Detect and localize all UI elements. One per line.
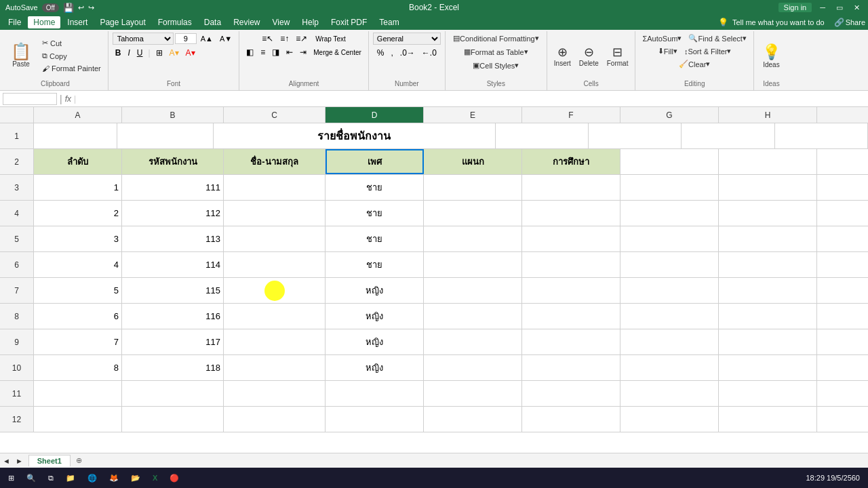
cell-c11[interactable] bbox=[224, 381, 326, 406]
cell-f4[interactable] bbox=[522, 201, 620, 226]
underline-button[interactable]: U bbox=[134, 47, 146, 59]
cell-g5[interactable] bbox=[620, 226, 719, 251]
tell-me-icon[interactable]: 💡 bbox=[718, 18, 728, 27]
cell-g12[interactable] bbox=[620, 407, 719, 432]
row-header-7[interactable]: 7 bbox=[0, 278, 34, 303]
formula-fx-icon[interactable]: fx bbox=[65, 94, 71, 104]
cell-h9[interactable] bbox=[719, 329, 817, 354]
menu-insert[interactable]: Insert bbox=[62, 16, 93, 28]
signin-button[interactable]: Sign in bbox=[778, 3, 812, 12]
row-header-10[interactable]: 10 bbox=[0, 355, 34, 380]
cell-h1[interactable] bbox=[775, 123, 868, 148]
cell-e6[interactable] bbox=[424, 252, 522, 277]
cell-f11[interactable] bbox=[522, 381, 620, 406]
cell-f5[interactable] bbox=[522, 226, 620, 251]
formula-input[interactable]: เพศ bbox=[79, 94, 865, 104]
format-as-table-button[interactable]: ▦ Format as Table▾ bbox=[461, 46, 531, 58]
delete-button[interactable]: ⊖ Delete bbox=[576, 43, 601, 68]
col-header-d[interactable]: D bbox=[326, 107, 424, 123]
italic-button[interactable]: I bbox=[125, 47, 132, 59]
cell-d10[interactable]: หญิง bbox=[326, 355, 424, 380]
cell-d5[interactable]: ชาย bbox=[326, 226, 424, 251]
row-header-4[interactable]: 4 bbox=[0, 201, 34, 226]
add-sheet-button[interactable]: ⊕ bbox=[71, 455, 87, 466]
menu-home[interactable]: Home bbox=[28, 16, 60, 28]
align-right-button[interactable]: ◨ bbox=[269, 46, 282, 58]
cell-d7[interactable]: หญิง bbox=[326, 278, 424, 303]
cell-f3[interactable] bbox=[522, 175, 620, 200]
cell-e3[interactable] bbox=[424, 175, 522, 200]
cell-e9[interactable] bbox=[424, 329, 522, 354]
cell-d8[interactable]: หญิง bbox=[326, 304, 424, 329]
cell-c5[interactable] bbox=[224, 226, 326, 251]
cell-b10[interactable]: 118 bbox=[122, 355, 224, 380]
col-header-b[interactable]: B bbox=[122, 107, 224, 123]
col-header-f[interactable]: F bbox=[522, 107, 620, 123]
row-header-3[interactable]: 3 bbox=[0, 175, 34, 200]
taskbar-edge-button[interactable]: 🌐 bbox=[82, 472, 102, 484]
cell-g2[interactable] bbox=[620, 149, 719, 174]
cell-c3[interactable] bbox=[224, 175, 326, 200]
cell-e8[interactable] bbox=[424, 304, 522, 329]
cell-d11[interactable] bbox=[326, 381, 424, 406]
cell-b9[interactable]: 117 bbox=[122, 329, 224, 354]
redo-icon[interactable]: ↪ bbox=[88, 3, 94, 12]
scroll-right-icon[interactable]: ► bbox=[13, 457, 26, 465]
menu-page-layout[interactable]: Page Layout bbox=[94, 16, 151, 28]
taskbar-firefox-button[interactable]: 🦊 bbox=[104, 472, 124, 484]
menu-team[interactable]: Team bbox=[374, 16, 404, 28]
cell-h3[interactable] bbox=[719, 175, 817, 200]
autosum-button[interactable]: Σ AutoSum▾ bbox=[639, 33, 684, 44]
cell-h10[interactable] bbox=[719, 355, 817, 380]
cell-g6[interactable] bbox=[620, 252, 719, 277]
menu-review[interactable]: Review bbox=[228, 16, 265, 28]
col-header-g[interactable]: G bbox=[620, 107, 719, 123]
row-header-8[interactable]: 8 bbox=[0, 304, 34, 329]
ideas-button[interactable]: 💡 Ideas bbox=[758, 35, 785, 76]
cell-d2[interactable]: เพศ bbox=[326, 149, 424, 174]
cell-c2[interactable]: ชื่อ-นามสกุล bbox=[224, 149, 326, 174]
menu-file[interactable]: File bbox=[3, 16, 26, 28]
cell-c10[interactable] bbox=[224, 355, 326, 380]
cell-a6[interactable]: 4 bbox=[34, 252, 122, 277]
cell-e10[interactable] bbox=[424, 355, 522, 380]
paste-button[interactable]: 📋 Paste bbox=[7, 35, 35, 76]
cell-f1[interactable] bbox=[589, 123, 682, 148]
merge-center-button[interactable]: Merge & Center bbox=[311, 46, 364, 58]
taskbar-search-button[interactable]: 🔍 bbox=[21, 472, 41, 484]
col-header-c[interactable]: C bbox=[224, 107, 326, 123]
cell-f9[interactable] bbox=[522, 329, 620, 354]
share-label[interactable]: Share bbox=[846, 18, 865, 26]
decrease-indent-button[interactable]: ⇤ bbox=[283, 46, 296, 58]
menu-formulas[interactable]: Formulas bbox=[153, 16, 197, 28]
number-format-select[interactable]: General bbox=[373, 33, 441, 45]
cell-a7[interactable]: 5 bbox=[34, 278, 122, 303]
fill-color-button[interactable]: A▾ bbox=[167, 47, 182, 59]
row-header-6[interactable]: 6 bbox=[0, 252, 34, 277]
cut-button[interactable]: ✂ Cut bbox=[39, 37, 104, 49]
bold-button[interactable]: B bbox=[113, 47, 124, 59]
copy-button[interactable]: ⧉ Copy bbox=[39, 50, 104, 62]
cell-c8[interactable] bbox=[224, 304, 326, 329]
row-header-12[interactable]: 12 bbox=[0, 407, 34, 432]
cell-h12[interactable] bbox=[719, 407, 817, 432]
cell-b11[interactable] bbox=[122, 381, 224, 406]
percent-button[interactable]: % bbox=[374, 47, 387, 59]
cell-a11[interactable] bbox=[34, 381, 122, 406]
cell-b4[interactable]: 112 bbox=[122, 201, 224, 226]
col-header-a[interactable]: A bbox=[34, 107, 122, 123]
menu-data[interactable]: Data bbox=[199, 16, 226, 28]
cell-c9[interactable] bbox=[224, 329, 326, 354]
undo-icon[interactable]: ↩ bbox=[78, 3, 84, 12]
align-left-button[interactable]: ◧ bbox=[243, 46, 256, 58]
save-icon[interactable]: 💾 bbox=[63, 3, 74, 13]
cell-h8[interactable] bbox=[719, 304, 817, 329]
cell-b1[interactable] bbox=[117, 123, 214, 148]
cell-a8[interactable]: 6 bbox=[34, 304, 122, 329]
col-header-e[interactable]: E bbox=[424, 107, 522, 123]
cell-g3[interactable] bbox=[620, 175, 719, 200]
clear-button[interactable]: 🧹 Clear▾ bbox=[676, 58, 713, 70]
cell-b3[interactable]: 111 bbox=[122, 175, 224, 200]
menu-help[interactable]: Help bbox=[296, 16, 324, 28]
cell-d12[interactable] bbox=[326, 407, 424, 432]
